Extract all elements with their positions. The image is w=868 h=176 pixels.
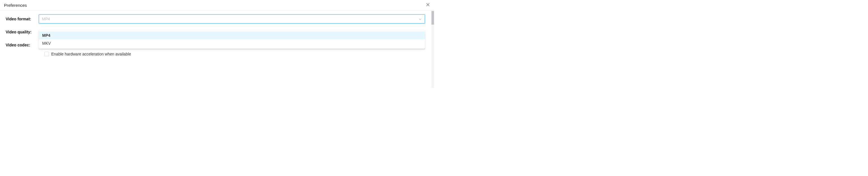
label-video-format: Video format: [6,17,39,21]
dropdown-option-mp4[interactable]: MP4 [39,31,425,39]
label-video-quality: Video quality: [6,30,39,34]
row-hw-accel: Enable hardware acceleration when availa… [44,52,428,56]
close-button[interactable] [426,3,430,7]
label-video-codec: Video codec: [6,43,39,47]
dropdown-video-format: MP4 MKV [39,30,425,48]
titlebar: Preferences [0,0,434,10]
page-title: Preferences [4,3,27,8]
content-area: Video format: MP4 Video quality: Video c… [0,10,434,88]
dropdown-option-mkv[interactable]: MKV [39,39,425,47]
checkbox-hw-accel[interactable] [44,52,49,56]
label-hw-accel: Enable hardware acceleration when availa… [51,52,131,56]
chevron-down-icon [418,17,422,21]
close-icon [426,3,430,7]
select-video-format[interactable]: MP4 [39,14,425,24]
select-video-format-value: MP4 [42,17,50,21]
scrollbar-track[interactable] [431,10,434,88]
row-video-format: Video format: MP4 [6,14,428,24]
scrollbar-thumb[interactable] [431,11,434,25]
